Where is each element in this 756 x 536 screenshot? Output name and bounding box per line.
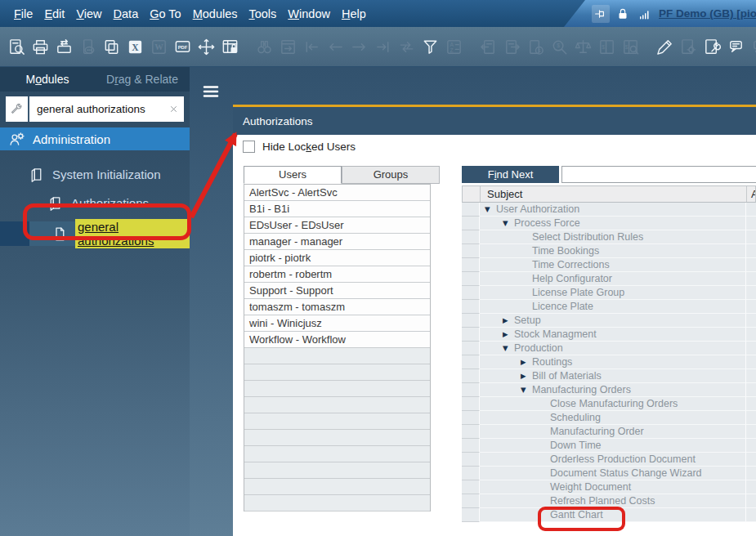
first-record-button[interactable] <box>300 35 324 59</box>
tree-row[interactable]: License Plate Group <box>462 286 756 300</box>
tree-row[interactable]: Stock Managment <box>462 328 756 342</box>
print-button[interactable] <box>29 35 52 59</box>
document-settings-button[interactable] <box>700 35 724 59</box>
base-document-button[interactable]: $ <box>595 35 619 59</box>
find-next-button[interactable]: Find Next <box>462 166 559 183</box>
user-list-item[interactable]: manager - manager <box>244 234 430 250</box>
tree-expander-icon[interactable] <box>520 372 532 380</box>
tree-header-authorization[interactable]: A <box>747 186 755 202</box>
lock-screen-button[interactable] <box>218 35 242 59</box>
user-list-item[interactable]: tomaszm - tomaszm <box>244 299 430 315</box>
tree-row[interactable]: Weight Document <box>462 480 756 494</box>
menu-item[interactable]: Window <box>282 7 336 20</box>
sidebar-item-authorizations[interactable]: Authorizations <box>0 191 190 214</box>
user-list-item[interactable]: EDsUser - EDsUser <box>244 217 430 234</box>
tree-expander-icon[interactable] <box>520 358 532 366</box>
user-list-item[interactable]: AlertSvc - AlertSvc <box>244 185 430 201</box>
tree-expander-icon[interactable] <box>484 205 496 213</box>
sidebar-item-administration[interactable]: Administration <box>0 127 190 150</box>
find-button[interactable] <box>5 35 29 59</box>
tree-row[interactable]: Help Configurator <box>462 272 756 286</box>
tree-row[interactable]: Time Bookings <box>462 244 756 258</box>
tree-row[interactable]: Down Time <box>462 439 756 453</box>
go-to-window-button[interactable] <box>276 35 300 59</box>
menu-item[interactable]: Go To <box>144 7 186 20</box>
tree-row[interactable]: Manufacturing Order <box>462 425 756 439</box>
find-in-table-button[interactable] <box>253 35 276 59</box>
tab-modules[interactable]: Modules <box>0 67 95 92</box>
tree-row[interactable]: Process Force <box>462 217 756 230</box>
user-list-item[interactable] <box>244 495 430 511</box>
payment-means-button[interactable]: $ <box>524 35 548 59</box>
hamburger-menu-icon[interactable] <box>200 81 221 102</box>
refresh-record-button[interactable] <box>395 35 418 59</box>
tree-row[interactable]: Select Distribution Rules <box>462 230 756 244</box>
clear-search-icon[interactable] <box>166 101 181 117</box>
tree-expander-icon[interactable] <box>520 386 532 394</box>
menu-item[interactable]: Help <box>336 7 372 20</box>
tree-row[interactable]: Scheduling <box>462 411 756 425</box>
user-list-item[interactable]: wini - Winicjusz <box>244 315 430 332</box>
menu-item[interactable]: Modules <box>187 7 244 20</box>
pin-icon[interactable] <box>592 5 610 23</box>
hide-locked-users-checkbox[interactable] <box>243 141 255 153</box>
messages-sent-button[interactable] <box>748 35 756 59</box>
user-list-item[interactable]: Support - Support <box>244 283 430 299</box>
user-list-item[interactable]: piotrk - piotrk <box>244 250 430 266</box>
window-title-bar[interactable]: Authorizations <box>233 107 756 135</box>
user-list-item[interactable] <box>244 446 430 462</box>
tree-expander-icon[interactable] <box>502 219 514 227</box>
tab-groups[interactable]: Groups <box>342 166 440 184</box>
user-list-item[interactable] <box>244 430 430 446</box>
remote-support-button[interactable] <box>76 35 100 59</box>
tree-row[interactable]: Close Manufacturing Orders <box>462 397 756 411</box>
menu-item[interactable]: Data <box>108 7 145 20</box>
duplicate-layout-button[interactable] <box>100 35 123 59</box>
tab-users[interactable]: Users <box>244 166 342 184</box>
filter-table-button[interactable] <box>418 35 442 59</box>
signal-icon[interactable] <box>636 5 654 23</box>
user-list-item[interactable]: B1i - B1i <box>244 201 430 217</box>
tree-row[interactable]: User Authorization <box>462 203 756 217</box>
tree-row[interactable]: Bill of Materials <box>462 369 756 383</box>
last-record-button[interactable] <box>371 35 395 59</box>
tree-row[interactable]: Gantt Chart <box>462 508 756 522</box>
form-settings-button[interactable] <box>677 35 700 59</box>
payment-outgoing-button[interactable] <box>500 35 524 59</box>
edit-mode-button[interactable] <box>653 35 677 59</box>
gross-profit-button[interactable] <box>571 35 595 59</box>
tree-header-subject[interactable]: Subject <box>481 186 747 202</box>
tree-expander-icon[interactable] <box>502 330 514 338</box>
sidebar-item-system-initialization[interactable]: System Initialization <box>0 163 190 185</box>
tree-row[interactable]: Time Corrections <box>462 258 756 272</box>
user-list-item[interactable] <box>244 348 430 364</box>
lock-icon[interactable] <box>614 5 632 23</box>
menu-item[interactable]: Tools <box>243 7 282 20</box>
next-record-button[interactable] <box>347 35 371 59</box>
sidebar-item-general-authorizations[interactable]: general authorizations <box>0 221 190 246</box>
user-list-item[interactable] <box>244 413 430 430</box>
user-list-item[interactable] <box>244 479 430 495</box>
user-list-item[interactable]: robertm - robertm <box>244 266 430 283</box>
tree-row[interactable]: Document Status Change Wizard <box>462 467 756 480</box>
user-list-item[interactable]: Workflow - Workflow <box>244 332 430 348</box>
tree-expander-icon[interactable] <box>502 316 514 324</box>
menu-item[interactable]: Edit <box>38 7 70 20</box>
tree-row[interactable]: Orderless Production Document <box>462 453 756 467</box>
tree-expander-icon[interactable] <box>502 344 514 352</box>
tree-row[interactable]: Routings <box>462 355 756 369</box>
export-excel-button[interactable]: X <box>123 35 147 59</box>
menu-item[interactable]: View <box>70 7 107 20</box>
tree-row[interactable]: Production <box>462 342 756 355</box>
tree-row[interactable]: Manufacturing Orders <box>462 383 756 397</box>
company-database-title[interactable]: PF Demo (GB) [pio... | p <box>659 7 756 20</box>
messages-alert-button[interactable] <box>724 35 748 59</box>
target-document-button[interactable]: $ <box>619 35 642 59</box>
transaction-journal-button[interactable]: $ <box>548 35 571 59</box>
search-input[interactable] <box>29 96 184 122</box>
find-input[interactable] <box>561 166 756 183</box>
payment-incoming-button[interactable] <box>476 35 500 59</box>
tree-row[interactable]: Setup <box>462 314 756 328</box>
print-layout-button[interactable] <box>52 35 76 59</box>
search-settings-icon[interactable] <box>6 96 29 122</box>
